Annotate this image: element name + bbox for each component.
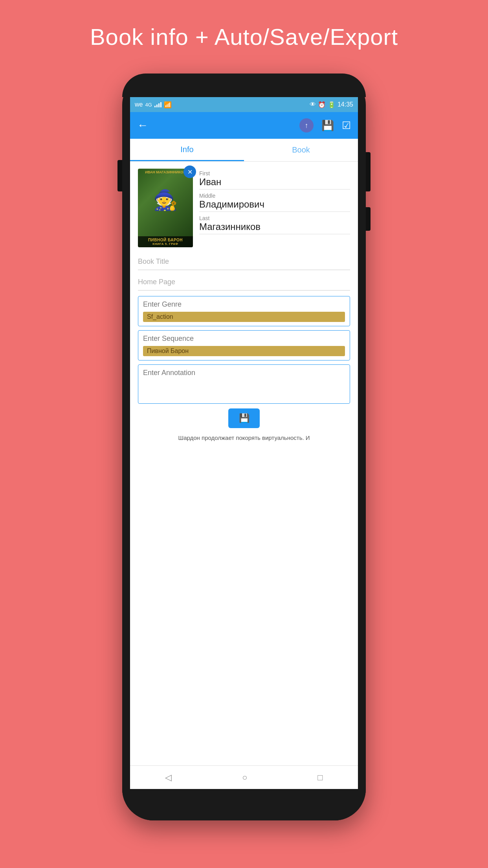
sequence-tag[interactable]: Пивной Барон — [143, 346, 345, 356]
eye-icon: 👁 — [310, 101, 316, 108]
toolbar-actions: ↑ 💾 ☑ — [299, 118, 351, 132]
delete-cover-button[interactable]: ✕ — [183, 166, 196, 178]
status-left: we 4G 📶 — [135, 101, 172, 108]
bar2 — [156, 105, 158, 107]
battery-icon: 🔋 — [328, 101, 336, 108]
nav-recent-button[interactable]: □ — [317, 772, 323, 783]
back-button[interactable]: ← — [137, 119, 148, 132]
author-fields: First Иван Middle Владимирович Last Мага… — [199, 169, 350, 247]
alarm-icon: ⏰ — [318, 101, 326, 108]
save-icon: 💾 — [239, 413, 250, 423]
volume-button — [117, 160, 122, 191]
author-section: ИВАН МАГАЗИННИКОВ 🧙 ПИВНОЙ БАРОН КНИГА 5… — [138, 169, 350, 247]
book-cover-wrapper: ИВАН МАГАЗИННИКОВ 🧙 ПИВНОЙ БАРОН КНИГА 5… — [138, 169, 193, 247]
book-cover: ИВАН МАГАЗИННИКОВ 🧙 ПИВНОЙ БАРОН КНИГА 5… — [138, 169, 193, 247]
home-page-label: Home Page — [138, 278, 350, 286]
checklist-button[interactable]: ☑ — [342, 120, 351, 132]
carrier-text: we — [135, 101, 143, 108]
book-title-field: Book Title — [138, 251, 350, 270]
tab-info[interactable]: Info — [130, 139, 244, 161]
bottom-nav: ◁ ○ □ — [130, 765, 358, 789]
home-page-input[interactable] — [138, 289, 350, 291]
save-action-button[interactable]: 💾 — [228, 408, 260, 428]
middle-name-group: Middle Владимирович — [199, 191, 350, 212]
power-button — [366, 152, 371, 191]
page-title: Book info + Auto/Save/Export — [90, 24, 398, 50]
phone-top — [122, 74, 366, 97]
toolbar: ← ↑ 💾 ☑ — [130, 112, 358, 139]
tab-bar: Info Book — [130, 139, 358, 162]
status-bar: we 4G 📶 👁 ⏰ 🔋 14:35 — [130, 97, 358, 112]
phone-frame: we 4G 📶 👁 ⏰ 🔋 14:35 ← — [122, 74, 366, 820]
middle-value[interactable]: Владимирович — [199, 199, 350, 212]
first-value[interactable]: Иван — [199, 177, 350, 189]
signal-bars — [154, 102, 161, 107]
status-right: 👁 ⏰ 🔋 14:35 — [310, 101, 353, 108]
book-cover-art: 🧙 — [138, 169, 193, 232]
middle-label: Middle — [199, 193, 350, 199]
content-area: ИВАН МАГАЗИННИКОВ 🧙 ПИВНОЙ БАРОН КНИГА 5… — [130, 162, 358, 765]
nav-back-button[interactable]: ◁ — [165, 772, 172, 783]
save-button[interactable]: 💾 — [321, 120, 334, 132]
network-icon: 4G — [145, 102, 152, 108]
last-name-group: Last Магазинников — [199, 213, 350, 234]
genre-box: Sf_action — [138, 296, 350, 326]
bar1 — [154, 106, 156, 107]
sequence-box: Пивной Барон — [138, 330, 350, 360]
annotation-input[interactable] — [143, 369, 345, 377]
home-page-field: Home Page — [138, 272, 350, 291]
wifi-icon: 📶 — [164, 101, 172, 108]
first-name-group: First Иван — [199, 169, 350, 189]
book-title-label: Book Title — [138, 257, 350, 266]
time-display: 14:35 — [338, 101, 353, 108]
upload-button[interactable]: ↑ — [299, 118, 314, 132]
book-title-input[interactable] — [138, 268, 350, 270]
first-label: First — [199, 170, 350, 177]
bar4 — [160, 102, 161, 107]
annotation-box — [138, 364, 350, 404]
book-cover-title: ПИВНОЙ БАРОН КНИГА 5. ГРАФ — [138, 236, 193, 247]
camera-button — [366, 207, 371, 231]
genre-input[interactable] — [143, 300, 345, 309]
tab-book[interactable]: Book — [244, 139, 358, 161]
phone-screen: we 4G 📶 👁 ⏰ 🔋 14:35 ← — [130, 97, 358, 789]
phone-bottom — [122, 789, 366, 820]
upload-icon: ↑ — [305, 121, 308, 130]
bottom-preview-text: Шардон продолжает покорять виртуальность… — [138, 433, 350, 443]
last-value[interactable]: Магазинников — [199, 221, 350, 234]
nav-home-button[interactable]: ○ — [242, 772, 247, 783]
bar3 — [158, 103, 160, 107]
sequence-input[interactable] — [143, 335, 345, 343]
genre-tag[interactable]: Sf_action — [143, 312, 345, 322]
last-label: Last — [199, 215, 350, 221]
